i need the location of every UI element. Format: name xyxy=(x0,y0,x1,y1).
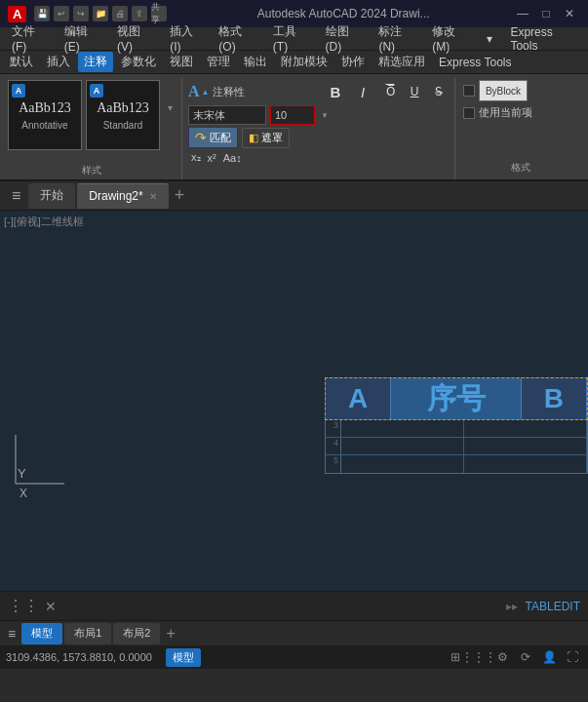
add-layout-button[interactable]: + xyxy=(162,625,178,643)
share-icon[interactable]: ⇪ xyxy=(132,6,147,21)
ribbon-tab-annotate[interactable]: 注释 xyxy=(78,52,113,72)
ribbon-tab-param[interactable]: 参数化 xyxy=(115,52,162,72)
table-col-b-header: B xyxy=(522,378,587,419)
layout-tab-1[interactable]: 布局1 xyxy=(64,623,111,644)
case-button[interactable]: Aa↕ xyxy=(220,151,245,165)
menu-file[interactable]: 文件(F) xyxy=(4,21,55,56)
close-button[interactable]: ✕ xyxy=(559,5,580,22)
menu-edit[interactable]: 编辑(E) xyxy=(57,21,107,56)
window-title: Autodesk AutoCAD 2024 Drawi... xyxy=(175,7,512,20)
ribbon-tab-output[interactable]: 输出 xyxy=(238,52,273,72)
row-3-cell-1[interactable] xyxy=(341,420,464,437)
byblock-row: ByBlock xyxy=(463,80,578,101)
save-icon[interactable]: 💾 xyxy=(34,6,50,21)
menu-insert[interactable]: 插入(I) xyxy=(162,21,209,56)
text-ribbon-font-row: ▼ xyxy=(188,105,451,125)
ribbon-tab-collab[interactable]: 协作 xyxy=(335,52,371,72)
strikethrough-button[interactable]: S̶ xyxy=(427,80,451,103)
use-current-checkbox[interactable] xyxy=(463,107,475,119)
ribbon-tab-addons[interactable]: 附加模块 xyxy=(275,52,333,72)
subscript-button[interactable]: x₂ xyxy=(188,150,204,165)
menu-draw[interactable]: 绘图(D) xyxy=(318,21,370,56)
mask-button[interactable]: ◧ 遮罩 xyxy=(242,128,290,148)
menu-more[interactable]: ▾ xyxy=(479,30,500,48)
mask-icon: ◧ xyxy=(249,132,258,144)
ribbon-tab-express[interactable]: Express Tools xyxy=(433,54,517,71)
share2-icon[interactable]: 共享 xyxy=(151,6,167,21)
row-label-3: 3 xyxy=(326,420,341,437)
font-name-input[interactable] xyxy=(188,105,266,125)
status-bar: 3109.4386, 1573.8810, 0.0000 模型 ⊞ ⋮⋮⋮ ⚙ … xyxy=(0,645,588,669)
ribbon-tab-featured[interactable]: 精选应用 xyxy=(372,52,431,72)
layout-menu-button[interactable]: ≡ xyxy=(4,626,20,642)
layout-tab-2[interactable]: 布局2 xyxy=(113,623,160,644)
tab-start[interactable]: 开始 xyxy=(28,183,75,209)
undo-icon[interactable]: ↩ xyxy=(54,6,69,21)
tab-close-icon[interactable]: ✕ xyxy=(149,191,157,202)
user-icon[interactable]: 👤 xyxy=(539,648,559,666)
command-icon-row: ▸▸ TABLEDIT xyxy=(506,600,580,613)
layout-tab-model[interactable]: 模型 xyxy=(21,623,62,644)
font-size-dropdown-arrow[interactable]: ▼ xyxy=(321,111,329,120)
match-icon: ↷ xyxy=(195,130,207,145)
anno-triangle-icon: ▲ xyxy=(202,88,210,97)
format-ribbon-panel: ByBlock 使用当前项 格式 xyxy=(457,78,584,179)
row-5-cell-1[interactable] xyxy=(341,455,464,473)
model-mode-button[interactable]: 模型 xyxy=(166,648,201,667)
menu-modify[interactable]: 修改(M) xyxy=(424,21,477,56)
underline-button[interactable]: U xyxy=(403,80,426,103)
style-swatch-annotative[interactable]: A AaBb123 Annotative xyxy=(8,80,82,150)
use-current-label: 使用当前项 xyxy=(479,105,532,120)
menu-tools[interactable]: 工具(T) xyxy=(265,21,316,56)
menu-dimension[interactable]: 标注(N) xyxy=(371,21,422,56)
open-icon[interactable]: 📁 xyxy=(93,6,108,21)
command-close-button[interactable]: ✕ xyxy=(45,599,57,614)
ribbon-tab-manage[interactable]: 管理 xyxy=(201,52,236,72)
table-row-3: 3 xyxy=(326,420,587,438)
style-swatches: A AaBb123 Annotative A AaBb123 Standard … xyxy=(8,80,176,150)
menu-format[interactable]: 格式(O) xyxy=(211,21,263,56)
row-4-cell-1[interactable] xyxy=(341,438,464,454)
maximize-button[interactable]: □ xyxy=(535,5,557,22)
command-text: TABLEDIT xyxy=(526,600,580,613)
ribbon-tab-insert[interactable]: 插入 xyxy=(41,52,76,72)
italic-button[interactable]: I xyxy=(351,80,374,103)
snap-icon[interactable]: ⋮⋮⋮ xyxy=(469,648,489,666)
crosshair-svg: X xyxy=(6,425,84,503)
byblock-color-swatch[interactable]: ByBlock xyxy=(479,80,528,101)
table-header-row[interactable]: A 序号 B xyxy=(325,377,588,420)
command-bar: ⋮⋮ ✕ ▸▸ TABLEDIT xyxy=(0,591,588,620)
command-prefix: ▸▸ xyxy=(506,600,518,613)
row-label-4: 4 xyxy=(326,438,341,454)
match-button[interactable]: ↷ 匹配 xyxy=(188,127,238,148)
ribbon-tab-view[interactable]: 视图 xyxy=(164,52,199,72)
minimize-button[interactable]: — xyxy=(512,5,533,22)
swatch-label-2: Standard xyxy=(103,120,143,131)
expand-icon[interactable]: ⛶ xyxy=(563,648,582,666)
bold-button[interactable]: B xyxy=(324,80,347,103)
row-3-cell-2[interactable] xyxy=(464,420,587,437)
menu-view[interactable]: 视图(V) xyxy=(109,21,160,56)
row-5-cell-2[interactable] xyxy=(464,455,587,473)
tab-menu-button[interactable]: ≡ xyxy=(6,187,26,205)
print-icon[interactable]: 🖨 xyxy=(112,6,128,21)
overline-button[interactable]: O̅ xyxy=(378,80,402,103)
style-panel-chevron[interactable]: ▾ xyxy=(164,80,176,150)
style-swatch-standard[interactable]: A AaBb123 Standard xyxy=(86,80,160,150)
tab-drawing2-label: Drawing2* xyxy=(89,189,142,203)
superscript-button[interactable]: x² xyxy=(205,151,219,165)
settings-icon[interactable]: ⚙ xyxy=(492,648,512,666)
font-size-input[interactable] xyxy=(270,105,315,125)
ribbon-tab-default[interactable]: 默认 xyxy=(4,52,39,72)
annotative-label: 注释性 xyxy=(213,85,245,99)
add-tab-button[interactable]: + xyxy=(171,185,189,206)
tab-drawing2[interactable]: Drawing2* ✕ xyxy=(77,183,168,209)
annotative-toggle[interactable]: A ▲ xyxy=(188,83,209,100)
workspace-icon[interactable]: ⟳ xyxy=(516,648,535,666)
command-menu-button[interactable]: ⋮⋮ xyxy=(8,597,39,615)
style-panel-label: 样式 xyxy=(82,161,101,179)
row-4-cell-2[interactable] xyxy=(464,438,587,454)
menu-express-tools[interactable]: Express Tools xyxy=(502,23,584,55)
table-data-rows: 3 4 5 xyxy=(325,420,588,474)
redo-icon[interactable]: ↪ xyxy=(73,6,89,21)
